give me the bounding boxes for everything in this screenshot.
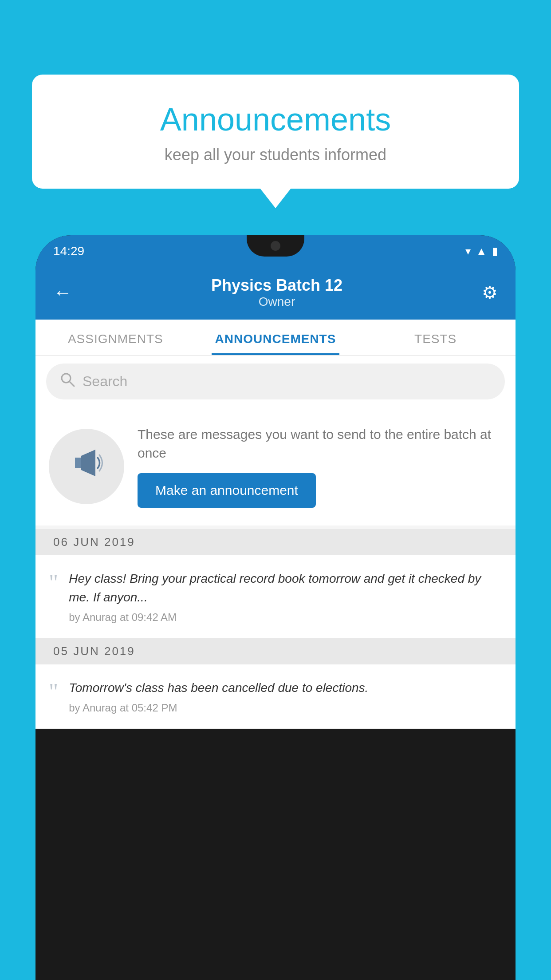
promo-right: These are messages you want to send to t…: [138, 425, 502, 508]
phone-frame: 14:29 ▾ ▲ ▮ ← Physics Batch 12 Owner ⚙ A…: [35, 235, 516, 980]
promo-icon-circle: [49, 429, 124, 504]
svg-marker-2: [75, 458, 81, 468]
back-button[interactable]: ←: [53, 282, 72, 303]
phone-content: Search These are messages you: [35, 356, 516, 729]
announcement-text-area-2: Tomorrow's class has been cancelled due …: [69, 679, 502, 714]
settings-icon[interactable]: ⚙: [482, 282, 498, 303]
announcement-meta-2: by Anurag at 05:42 PM: [69, 702, 502, 714]
announcement-meta-1: by Anurag at 09:42 AM: [69, 611, 502, 624]
status-icons: ▾ ▲ ▮: [465, 245, 498, 257]
tabs-bar: ASSIGNMENTS ANNOUNCEMENTS TESTS: [35, 320, 516, 356]
tab-assignments[interactable]: ASSIGNMENTS: [35, 320, 196, 355]
announcements-title: Announcements: [54, 101, 497, 138]
announcements-subtitle: keep all your students informed: [54, 146, 497, 164]
notch: [247, 235, 304, 257]
announcement-promo: These are messages you want to send to t…: [35, 407, 516, 526]
status-bar: 14:29 ▾ ▲ ▮: [35, 235, 516, 267]
announcement-item-1[interactable]: " Hey class! Bring your practical record…: [35, 555, 516, 638]
tab-announcements[interactable]: ANNOUNCEMENTS: [196, 320, 356, 355]
tab-tests[interactable]: TESTS: [355, 320, 516, 355]
search-bar[interactable]: Search: [46, 364, 505, 399]
megaphone-icon: [69, 445, 104, 488]
header-title-area: Physics Batch 12 Owner: [211, 276, 342, 309]
signal-icon: ▲: [476, 245, 487, 257]
svg-line-1: [70, 382, 74, 386]
status-time: 14:29: [53, 244, 84, 258]
date-separator-2: 05 JUN 2019: [35, 638, 516, 664]
app-header: ← Physics Batch 12 Owner ⚙: [35, 267, 516, 320]
camera: [271, 241, 280, 251]
search-bar-container: Search: [35, 356, 516, 407]
speech-bubble: Announcements keep all your students inf…: [32, 75, 519, 189]
battery-icon: ▮: [492, 245, 498, 257]
batch-title: Physics Batch 12: [211, 276, 342, 295]
announcement-message-1: Hey class! Bring your practical record b…: [69, 569, 502, 607]
search-icon: [59, 371, 75, 391]
quote-icon-2: ": [49, 680, 58, 703]
batch-role: Owner: [211, 295, 342, 309]
promo-description: These are messages you want to send to t…: [138, 425, 502, 462]
search-placeholder: Search: [83, 373, 127, 390]
make-announcement-button[interactable]: Make an announcement: [138, 473, 316, 508]
announcement-item-2[interactable]: " Tomorrow's class has been cancelled du…: [35, 664, 516, 729]
wifi-icon: ▾: [465, 245, 471, 257]
announcement-message-2: Tomorrow's class has been cancelled due …: [69, 679, 502, 697]
announcement-text-area-1: Hey class! Bring your practical record b…: [69, 569, 502, 624]
svg-marker-3: [81, 450, 95, 476]
date-separator-1: 06 JUN 2019: [35, 529, 516, 555]
quote-icon-1: ": [49, 571, 58, 594]
